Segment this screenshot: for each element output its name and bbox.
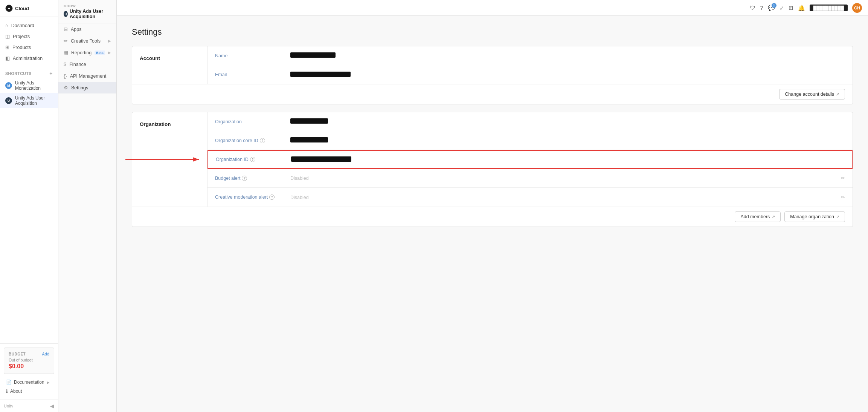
manage-org-external-icon: ↗ [836, 214, 839, 219]
secondary-sidebar: GROW U Unity Ads User Acquisition ⊟ Apps… [58, 0, 117, 412]
org-id-label: Organization ID ? [216, 157, 291, 162]
sec-nav-apps[interactable]: ⊟ Apps [58, 23, 116, 35]
shortcut-ua[interactable]: U Unity Ads User Acquisition [0, 93, 58, 108]
add-members-button[interactable]: Add members ↗ [735, 211, 781, 222]
chat-notification[interactable]: 💬 2 [768, 5, 775, 11]
budget-add-button[interactable]: Add [42, 352, 49, 356]
documentation-icon: 📄 [6, 380, 12, 385]
dashboard-icon: ⌂ [5, 23, 8, 28]
expand-icon[interactable]: ⤢ [780, 5, 784, 11]
org-name-redacted [290, 118, 328, 124]
organization-name-field: Organization [207, 112, 853, 131]
org-name-button[interactable]: ██████████ [810, 5, 848, 11]
documentation-link[interactable]: 📄 Documentation ▶ [4, 378, 54, 387]
account-fields: Name Email [207, 46, 853, 84]
creative-tools-icon: ✏ [64, 38, 68, 44]
org-core-id-label: Organization core ID ? [215, 138, 290, 143]
budget-label: BUDGET [9, 352, 26, 356]
budget-alert-value: Disabled [290, 175, 841, 181]
topbar: 🛡 ? 💬 2 ⤢ ⊞ 🔔 ██████████ CH [117, 0, 868, 16]
shortcut-monetize[interactable]: M Unity Ads Monetization [0, 78, 58, 93]
manage-organization-button[interactable]: Manage organization ↗ [784, 211, 845, 222]
sidebar-item-products[interactable]: ⊞ Products [0, 42, 58, 53]
budget-amount: $0.00 [9, 363, 49, 370]
help-icon[interactable]: ? [760, 5, 763, 11]
email-value [290, 72, 845, 78]
sidebar-collapse-button[interactable]: ◀ [50, 403, 54, 409]
org-id-redacted [291, 156, 351, 162]
sidebar-item-dashboard[interactable]: ⌂ Dashboard [0, 20, 58, 31]
organization-name-value [290, 118, 845, 125]
creative-moderation-help-icon[interactable]: ? [269, 195, 275, 200]
main-sidebar: ✦ Cloud ⌂ Dashboard ◫ Projects ⊞ Product… [0, 0, 58, 412]
shortcuts-section-label: Shortcuts + [0, 67, 58, 78]
user-avatar[interactable]: CH [852, 3, 862, 13]
sec-nav-api-management[interactable]: {} API Management [58, 70, 116, 82]
api-management-icon: {} [64, 73, 67, 79]
budget-card: BUDGET Add Out of budget $0.00 [4, 348, 54, 374]
sidebar-item-dashboard-label: Dashboard [11, 23, 34, 28]
name-redacted [290, 52, 336, 58]
sidebar-item-products-label: Products [12, 45, 31, 50]
org-id-help-icon[interactable]: ? [250, 157, 255, 162]
settings-icon: ⚙ [64, 85, 68, 90]
reporting-icon: ▦ [64, 50, 68, 55]
shortcut-monetize-badge: M [5, 82, 12, 89]
sec-nav-settings-label: Settings [71, 85, 88, 90]
sidebar-bottom: BUDGET Add Out of budget $0.00 📄 Documen… [0, 343, 58, 400]
account-card: Account Name Email Change ac [132, 46, 853, 104]
grid-icon[interactable]: ⊞ [789, 5, 793, 11]
documentation-chevron-icon: ▶ [47, 380, 50, 384]
organization-section-label: Organization [132, 112, 207, 207]
svg-text:✦: ✦ [8, 7, 11, 11]
about-link[interactable]: ℹ About [4, 387, 54, 396]
products-icon: ⊞ [5, 44, 9, 50]
organization-name-label: Organization [215, 119, 290, 124]
name-value [290, 52, 845, 59]
name-label: Name [215, 53, 290, 58]
organization-fields: Organization Organization core ID ? [207, 112, 853, 207]
org-core-id-help-icon[interactable]: ? [260, 138, 265, 143]
ua-badge: U [64, 11, 68, 17]
shield-icon[interactable]: 🛡 [750, 5, 755, 11]
sidebar-item-projects[interactable]: ◫ Projects [0, 31, 58, 42]
org-id-value [291, 156, 844, 163]
budget-alert-label: Budget alert ? [215, 176, 290, 181]
add-members-external-icon: ↗ [772, 214, 775, 219]
apps-icon: ⊟ [64, 26, 68, 32]
bell-icon[interactable]: 🔔 [798, 5, 805, 11]
creative-moderation-edit-icon[interactable]: ✏ [841, 195, 845, 200]
finance-icon: $ [64, 61, 66, 67]
budget-alert-edit-icon[interactable]: ✏ [841, 175, 845, 181]
sec-nav-creative-tools[interactable]: ✏ Creative Tools ▶ [58, 35, 116, 47]
org-id-field: Organization ID ? [207, 150, 853, 169]
main-nav: ⌂ Dashboard ◫ Projects ⊞ Products ◧ Admi… [0, 17, 58, 67]
budget-alert-help-icon[interactable]: ? [242, 176, 247, 181]
sidebar-item-administration[interactable]: ◧ Administration [0, 53, 58, 64]
sec-nav-creative-tools-label: Creative Tools [71, 38, 101, 44]
account-section-label: Account [132, 46, 207, 84]
org-core-id-value [290, 137, 845, 144]
sec-nav-reporting[interactable]: ▦ Reporting Beta ▶ [58, 47, 116, 58]
shortcut-monetize-label: Unity Ads Monetization [15, 80, 53, 91]
external-link-icon: ↗ [836, 92, 839, 97]
sec-sidebar-title: U Unity Ads User Acquisition [64, 9, 111, 19]
sec-nav-reporting-label: Reporting [71, 50, 92, 55]
about-icon: ℹ [6, 389, 8, 394]
logo-text: Cloud [15, 6, 29, 11]
sec-nav-finance[interactable]: $ Finance [58, 58, 116, 70]
cloud-logo-icon: ✦ [5, 5, 13, 12]
change-account-details-button[interactable]: Change account details ↗ [779, 89, 845, 100]
main-content: Settings Account Name Email [117, 16, 868, 412]
projects-icon: ◫ [5, 34, 10, 39]
creative-tools-arrow-icon: ▶ [108, 39, 111, 43]
grow-label: GROW [64, 4, 111, 8]
sec-nav-settings[interactable]: ⚙ Settings [58, 82, 116, 93]
shortcuts-add-button[interactable]: + [49, 70, 53, 77]
sec-nav-api-management-label: API Management [70, 74, 107, 79]
creative-moderation-alert-label: Creative moderation alert ? [215, 195, 290, 200]
logo-area: ✦ Cloud [0, 0, 58, 17]
budget-sub-label: Out of budget [9, 358, 49, 362]
name-field: Name [207, 46, 853, 65]
organization-card-footer: Add members ↗ Manage organization ↗ [132, 207, 853, 227]
